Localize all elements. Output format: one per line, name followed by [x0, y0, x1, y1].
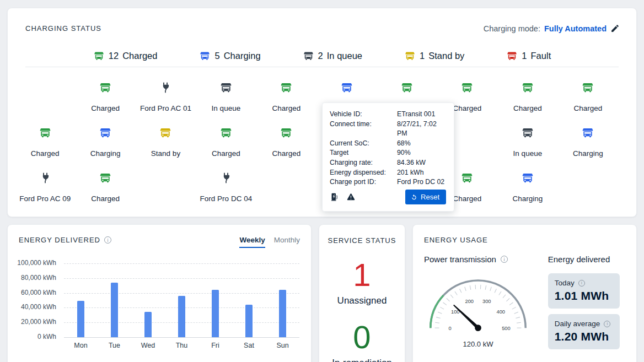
fleet-item-label: Stand by	[151, 149, 180, 158]
fleet-vehicle-charged[interactable]: Charged	[75, 72, 135, 117]
fleet-vehicle-charged[interactable]: Charged	[15, 117, 75, 163]
van-status-icon	[199, 50, 211, 62]
fleet-vehicle-charged[interactable]: Charged	[256, 72, 316, 117]
van-icon	[99, 126, 112, 139]
tooltip-row-label: Charge port ID:	[330, 177, 397, 187]
vehicle-tooltip-details: Vehicle ID:ETransit 001Connect time:8/27…	[330, 110, 446, 187]
bar-sun	[279, 290, 286, 337]
x-axis-label: Fri	[199, 342, 232, 349]
tooltip-row-value: 201 kWh	[397, 168, 446, 178]
svg-text:400: 400	[496, 309, 505, 315]
van-icon	[581, 81, 594, 94]
van-icon	[93, 50, 105, 62]
edit-pencil-icon[interactable]	[610, 24, 620, 33]
fleet-item-label: Charged	[453, 194, 482, 203]
charge-port[interactable]: Ford Pro AC 01	[136, 72, 196, 117]
fleet-vehicle-charged[interactable]: Charged	[497, 72, 557, 117]
fleet-vehicle-queue[interactable]: In queue	[497, 117, 557, 163]
gauge-needle	[452, 302, 483, 332]
tooltip-row: Current SoC:68%	[330, 139, 446, 149]
tooltip-row-value: 8/27/21, 7:02 PM	[397, 120, 446, 139]
fleet-item-label: Charging	[573, 149, 603, 158]
fleet-item-label: Charged	[272, 149, 300, 158]
fleet-item-label: Charged	[272, 104, 300, 112]
power-gauge: 0100200300400500 120.0 kW	[424, 272, 532, 348]
charge-port[interactable]: Ford Pro DC 04	[196, 163, 256, 208]
svg-text:300: 300	[482, 299, 491, 304]
charging-station-icon[interactable]	[330, 192, 339, 202]
today-panel: Today i 1.01 MWh	[548, 273, 620, 309]
fleet-vehicle-standby[interactable]: Stand by	[136, 117, 196, 163]
warning-icon[interactable]	[346, 192, 356, 202]
charging-mode-value[interactable]: Fully Automated	[544, 24, 607, 33]
status-summary-row: 12Charged 5Charging 2In queue 1Stand by …	[8, 50, 636, 62]
gridline	[64, 293, 299, 294]
x-axis-label: Wed	[132, 342, 165, 349]
fleet-vehicle-charged[interactable]: Charged	[196, 117, 256, 163]
energy-delivered-card: ENERGY DELIVERED i Weekly Monthly 100,00…	[7, 224, 312, 362]
tooltip-row-value: 68%	[397, 139, 446, 149]
info-icon[interactable]: i	[604, 321, 610, 327]
tooltip-row-label: Energy dispensed:	[330, 168, 397, 178]
info-icon[interactable]: i	[501, 256, 508, 263]
van-icon	[303, 50, 314, 62]
reset-button[interactable]: Reset	[405, 190, 446, 204]
van-icon	[280, 126, 293, 139]
summary-count: 2	[318, 51, 323, 61]
van-icon	[460, 171, 474, 185]
van-icon	[521, 126, 534, 139]
van-icon	[280, 81, 293, 94]
charging-mode: Charging mode: Fully Automated	[484, 24, 620, 33]
fleet-vehicle-charged[interactable]: Charged	[75, 163, 135, 208]
plug-icon	[159, 81, 172, 94]
fleet-item-label: Charged	[91, 104, 120, 112]
service-status-card: SERVICE STATUS 1 Unassigned 0 In-remedia…	[319, 224, 405, 362]
van-icon	[521, 171, 534, 185]
fleet-vehicle-charged[interactable]: Charged	[256, 117, 316, 163]
x-axis-label: Sun	[266, 342, 299, 349]
energy-delivered-label: Energy delivered	[548, 255, 610, 264]
tooltip-row: Vehicle ID:ETransit 001	[330, 110, 446, 120]
van-icon	[581, 126, 594, 139]
info-icon[interactable]: i	[578, 280, 585, 287]
fleet-vehicle-charging[interactable]: Charging	[75, 117, 135, 163]
svg-text:0: 0	[448, 326, 451, 331]
van-icon	[199, 50, 211, 62]
fleet-vehicle-charging[interactable]: Charging	[558, 117, 618, 163]
charging-status-header: CHARGING STATUS Charging mode: Fully Aut…	[25, 24, 620, 33]
svg-text:200: 200	[465, 299, 474, 304]
unassigned-block: 1 Unassigned	[319, 259, 405, 306]
power-transmission-label: Power transmission	[424, 255, 496, 264]
energy-usage-title: ENERGY USAGE	[424, 236, 488, 244]
gridline	[64, 278, 299, 279]
tooltip-row-label: Current SoC:	[330, 139, 397, 149]
unassigned-label: Unassigned	[319, 295, 405, 306]
fleet-item-label: Charged	[91, 194, 120, 203]
x-axis-label: Thu	[165, 342, 198, 349]
plug-icon	[219, 171, 233, 185]
van-icon	[340, 81, 353, 94]
fleet-item-label: Ford Pro DC 04	[200, 194, 253, 203]
today-label: Today	[555, 279, 575, 287]
fleet-vehicle-queue[interactable]: In queue	[196, 72, 256, 117]
reset-icon	[411, 194, 417, 201]
van-icon	[521, 126, 534, 139]
fleet-item-label: Ford Pro AC 09	[19, 194, 71, 203]
summary-count: 5	[214, 51, 219, 61]
charging-status-title: CHARGING STATUS	[25, 24, 101, 33]
van-icon	[460, 81, 474, 94]
summary-charged: 12Charged	[93, 50, 158, 62]
fleet-vehicle-charged[interactable]: Charged	[558, 72, 618, 117]
summary-label: Charged	[122, 51, 157, 61]
van-icon	[280, 126, 293, 139]
fleet-vehicle-charging[interactable]: Charging	[497, 163, 557, 208]
fleet-item-label: Charged	[453, 104, 482, 112]
charge-port[interactable]: Ford Pro AC 09	[15, 163, 75, 208]
daily-average-label: Daily average	[555, 320, 600, 328]
van-icon	[581, 126, 594, 139]
charging-mode-label: Charging mode:	[484, 24, 540, 33]
plug-icon	[219, 171, 233, 185]
summary-label: Charging	[224, 51, 261, 61]
plug-icon	[39, 171, 52, 185]
van-icon	[99, 126, 112, 139]
